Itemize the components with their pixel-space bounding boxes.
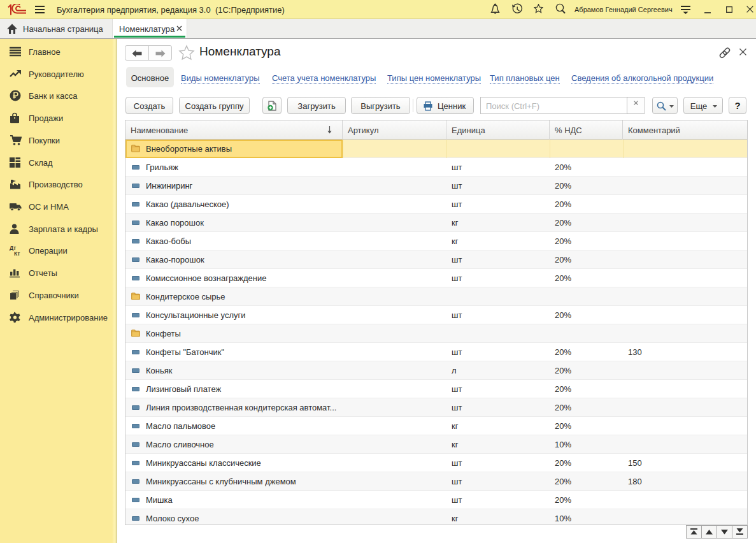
svg-text:Кт: Кт [14, 250, 20, 256]
